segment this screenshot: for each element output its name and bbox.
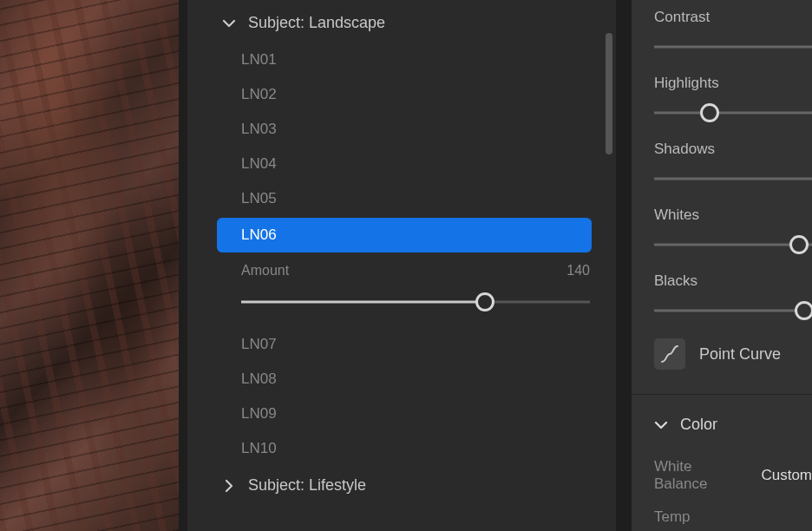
highlights-label: Highlights — [654, 75, 812, 92]
color-header-label: Color — [680, 416, 717, 434]
whites-label: Whites — [654, 206, 812, 224]
chevron-right-icon — [222, 479, 236, 493]
preset-item-ln09[interactable]: LN09 — [187, 397, 616, 431]
white-balance-label: White Balance — [654, 458, 745, 493]
image-preview[interactable] — [0, 0, 179, 531]
amount-slider[interactable] — [241, 292, 590, 311]
amount-slider-thumb[interactable] — [475, 292, 494, 311]
whites-slider-thumb[interactable] — [789, 235, 809, 254]
blacks-label: Blacks — [654, 272, 812, 290]
curve-icon — [654, 338, 685, 370]
white-balance-row[interactable]: White Balance Custom — [654, 458, 812, 493]
highlights-slider-thumb[interactable] — [700, 103, 719, 122]
preset-item-ln02[interactable]: LN02 — [187, 77, 616, 112]
preset-item-ln06[interactable]: LN06 — [217, 218, 592, 252]
point-curve-label: Point Curve — [699, 345, 781, 364]
preset-item-ln08[interactable]: LN08 — [187, 362, 616, 397]
amount-label: Amount — [241, 263, 289, 279]
panel-divider-left[interactable] — [179, 0, 187, 531]
preset-item-ln04[interactable]: LN04 — [187, 147, 616, 181]
shadows-slider[interactable] — [654, 170, 812, 187]
amount-row: Amount 140 — [187, 254, 616, 284]
highlights-slider[interactable] — [654, 104, 812, 121]
white-balance-value: Custom — [761, 467, 812, 484]
color-section-header[interactable]: Color — [654, 416, 812, 434]
point-curve-button[interactable]: Point Curve — [654, 338, 812, 370]
amount-value: 140 — [566, 263, 590, 279]
presets-panel: Subject: Landscape LN01 LN02 LN03 LN04 L… — [187, 0, 616, 531]
contrast-slider[interactable] — [654, 38, 812, 56]
whites-slider[interactable] — [654, 236, 812, 253]
preset-group-lifestyle[interactable]: Subject: Lifestyle — [187, 466, 616, 505]
panel-divider-mid[interactable] — [616, 0, 632, 531]
chevron-down-icon — [222, 16, 236, 30]
chevron-down-icon — [654, 418, 668, 432]
temp-label: Temp — [654, 508, 812, 526]
preset-group-label: Subject: Landscape — [248, 14, 385, 32]
preset-item-ln05[interactable]: LN05 — [187, 181, 616, 216]
scrollbar-thumb[interactable] — [606, 33, 612, 154]
blacks-slider[interactable] — [654, 302, 812, 319]
preset-group-label: Subject: Lifestyle — [248, 476, 366, 495]
shadows-label: Shadows — [654, 141, 812, 158]
adjustments-panel: Contrast Highlights Shadows Whites Black… — [632, 0, 812, 531]
contrast-label: Contrast — [654, 9, 812, 26]
preset-group-landscape[interactable]: Subject: Landscape — [187, 3, 616, 43]
preset-item-ln03[interactable]: LN03 — [187, 112, 616, 147]
section-divider — [632, 394, 812, 395]
preset-item-ln07[interactable]: LN07 — [187, 327, 616, 362]
preset-item-ln01[interactable]: LN01 — [187, 43, 616, 77]
preset-item-ln10[interactable]: LN10 — [187, 431, 616, 466]
blacks-slider-thumb[interactable] — [795, 301, 812, 320]
